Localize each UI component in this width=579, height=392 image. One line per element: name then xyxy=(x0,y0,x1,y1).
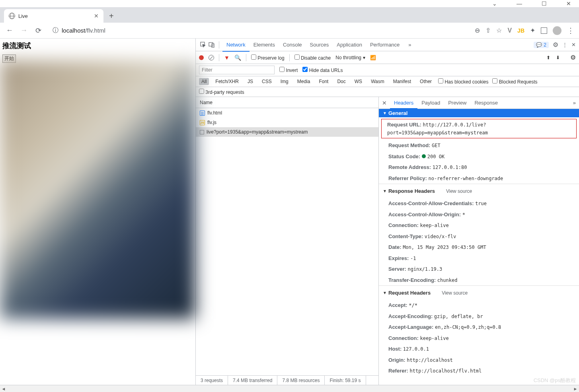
header-row: Host: 127.0.0.1 xyxy=(379,343,579,355)
type-filter-js[interactable]: JS xyxy=(245,78,255,85)
type-filter-css[interactable]: CSS xyxy=(259,78,274,85)
forward-button[interactable]: → xyxy=(19,26,29,35)
detail-tab-headers[interactable]: Headers xyxy=(390,97,417,109)
requests-name-header[interactable]: Name xyxy=(196,97,378,108)
browser-tab[interactable]: Live ✕ xyxy=(4,9,103,23)
inspect-icon[interactable] xyxy=(199,41,207,49)
preserve-log-checkbox[interactable]: Preserve log xyxy=(251,54,285,61)
filter-blocked-requests[interactable]: Blocked Requests xyxy=(492,78,537,85)
type-filter-other[interactable]: Other xyxy=(417,78,434,85)
scroll-left-icon[interactable]: ◄ xyxy=(0,386,7,391)
network-status-bar: 3 requests7.4 MB transferred7.8 MB resou… xyxy=(196,375,378,385)
site-info-icon[interactable]: ⓘ xyxy=(53,27,58,34)
devtools-tab-performance[interactable]: Performance xyxy=(366,39,404,51)
close-window-button[interactable]: ✕ xyxy=(562,0,575,7)
header-row: Accept: */* xyxy=(379,300,579,311)
header-row: Date: Mon, 15 May 2023 09:43:50 GMT xyxy=(379,242,579,253)
header-row: Accept-Encoding: gzip, deflate, br xyxy=(379,311,579,322)
horizontal-scrollbar[interactable]: ◄ ► xyxy=(0,385,579,392)
chevron-down-icon[interactable]: ⌄ xyxy=(488,0,501,7)
scroll-right-icon[interactable]: ► xyxy=(572,386,579,391)
devtools-tab-sources[interactable]: Sources xyxy=(306,39,333,51)
url-host: localhost xyxy=(62,27,85,34)
close-devtools-icon[interactable]: ✕ xyxy=(571,42,576,48)
svg-rect-1 xyxy=(209,43,213,46)
devtools-tabs-more[interactable]: » xyxy=(404,39,415,51)
new-tab-button[interactable]: + xyxy=(109,9,114,23)
type-filter-ws[interactable]: WS xyxy=(352,78,365,85)
request-row[interactable]: flv.html xyxy=(196,108,378,118)
type-filter-media[interactable]: Media xyxy=(295,78,313,85)
devtools-tab-network[interactable]: Network xyxy=(222,39,250,52)
network-settings-icon[interactable]: ⚙ xyxy=(570,54,576,61)
upload-har-icon[interactable]: ⬆ xyxy=(546,55,550,60)
record-button[interactable] xyxy=(199,55,204,60)
vue-extension-icon[interactable]: V xyxy=(507,27,512,34)
search-icon[interactable]: 🔍 xyxy=(234,54,241,61)
section-general[interactable]: ▼General xyxy=(379,109,579,117)
type-filter-fetch-xhr[interactable]: Fetch/XHR xyxy=(213,78,241,85)
panel-icon[interactable] xyxy=(541,27,547,34)
close-detail-icon[interactable]: ✕ xyxy=(382,100,387,106)
extensions-icon[interactable]: ✦ xyxy=(530,27,535,34)
zoom-icon[interactable]: ⊖ xyxy=(475,27,480,34)
kebab-icon[interactable]: ⋮ xyxy=(562,42,567,48)
detail-tab-preview[interactable]: Preview xyxy=(444,97,470,108)
device-toggle-icon[interactable] xyxy=(208,42,216,48)
tab-close-icon[interactable]: ✕ xyxy=(94,13,99,19)
header-row: Expires: -1 xyxy=(379,253,579,264)
detail-tabs-more[interactable]: » xyxy=(573,100,576,106)
header-row: Access-Control-Allow-Credentials: true xyxy=(379,198,579,209)
settings-icon[interactable]: ⚙ xyxy=(553,41,558,49)
star-icon[interactable]: ☆ xyxy=(496,27,502,34)
jetbrains-extension-icon[interactable]: JB xyxy=(517,27,524,34)
type-filter-manifest[interactable]: Manifest xyxy=(391,78,413,85)
clear-button[interactable] xyxy=(209,55,214,60)
devtools-tab-application[interactable]: Application xyxy=(333,39,366,51)
detail-tab-response[interactable]: Response xyxy=(470,97,502,108)
wifi-icon[interactable]: 📶 xyxy=(370,55,376,60)
url-path: /flv.html xyxy=(85,27,105,34)
maximize-button[interactable]: ☐ xyxy=(538,0,550,7)
minimize-button[interactable]: ― xyxy=(513,0,526,7)
reload-button[interactable]: ⟳ xyxy=(33,26,43,35)
devtools-tab-elements[interactable]: Elements xyxy=(250,39,279,51)
header-row: Referer: http://localhost/flv.html xyxy=(379,365,579,376)
section-request-headers[interactable]: ▼Request HeadersView source xyxy=(379,285,579,300)
header-row: Transfer-Encoding: chunked xyxy=(379,275,579,286)
download-har-icon[interactable]: ⬇ xyxy=(556,55,560,60)
header-row: Content-Type: video/x-flv xyxy=(379,231,579,242)
section-response-headers[interactable]: ▼Response HeadersView source xyxy=(379,184,579,198)
request-row[interactable]: live?port=1935&app=myapp&stream=mystream xyxy=(196,127,378,137)
menu-icon[interactable]: ⋮ xyxy=(567,26,574,35)
type-filter-doc[interactable]: Doc xyxy=(335,78,348,85)
detail-tab-payload[interactable]: Payload xyxy=(417,97,444,108)
hide-data-urls-checkbox[interactable]: Hide data URLs xyxy=(302,67,343,73)
messages-badge[interactable]: 💬2 xyxy=(534,42,549,48)
devtools-tab-console[interactable]: Console xyxy=(279,39,306,51)
filter-input[interactable] xyxy=(199,66,275,74)
share-icon[interactable]: ⇧ xyxy=(485,27,491,34)
request-name: flv.js xyxy=(207,120,216,125)
disable-cache-checkbox[interactable]: Disable cache xyxy=(294,54,331,61)
request-detail: ✕ HeadersPayloadPreviewResponse » ▼Gener… xyxy=(379,97,579,385)
type-filter-font[interactable]: Font xyxy=(316,78,331,85)
remote-address-field: Remote Address: 127.0.0.1:80 xyxy=(379,162,579,173)
filter-3rd-party[interactable]: 3rd-party requests xyxy=(199,89,244,95)
js-icon: JS xyxy=(200,120,205,125)
request-name: flv.html xyxy=(207,110,222,116)
address-bar[interactable]: ⓘ localhost/flv.html xyxy=(48,25,470,37)
file-icon xyxy=(200,130,204,134)
request-row[interactable]: JSflv.js xyxy=(196,118,378,127)
type-filter-img[interactable]: Img xyxy=(278,78,291,85)
filter-has-blocked-cookies[interactable]: Has blocked cookies xyxy=(438,78,488,85)
invert-checkbox[interactable]: Invert xyxy=(279,67,298,73)
back-button[interactable]: ← xyxy=(5,26,14,35)
tab-title: Live xyxy=(18,13,91,19)
page-viewport: 推流测试 开始 xyxy=(0,39,195,385)
profile-avatar[interactable] xyxy=(553,26,561,35)
throttling-select[interactable]: No throttling ▾ xyxy=(335,55,365,60)
type-filter-all[interactable]: All xyxy=(199,78,209,85)
filter-icon[interactable]: ▼ xyxy=(224,54,230,61)
type-filter-wasm[interactable]: Wasm xyxy=(368,78,387,85)
